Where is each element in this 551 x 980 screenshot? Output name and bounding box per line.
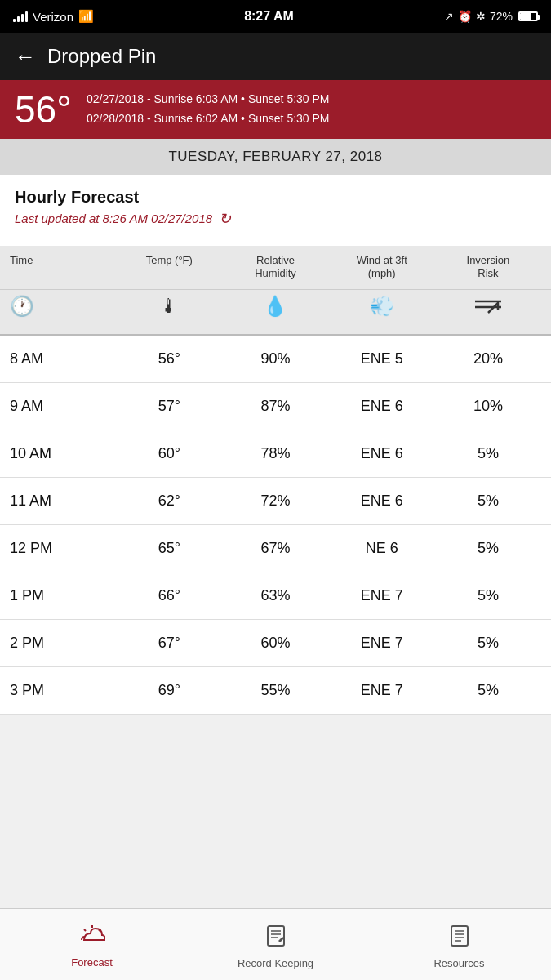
- cell-temp: 69°: [116, 682, 222, 699]
- battery-icon: [518, 11, 538, 21]
- cell-humidity: 72%: [222, 492, 328, 510]
- resources-tab-icon: [448, 924, 471, 953]
- table-row: 1 PM 66° 63% ENE 7 5%: [0, 572, 551, 620]
- refresh-icon[interactable]: ↻: [219, 210, 231, 228]
- carrier-label: Verizon: [33, 10, 73, 24]
- bluetooth-icon: ✲: [476, 10, 486, 23]
- cell-humidity: 63%: [222, 587, 328, 604]
- svg-line-4: [84, 929, 86, 931]
- cell-humidity: 78%: [222, 445, 328, 462]
- tab-resources[interactable]: Resources: [367, 909, 551, 980]
- tab-bar: Forecast Record Keeping Resources: [0, 908, 551, 980]
- cell-humidity: 67%: [222, 540, 328, 557]
- current-temp: 56°: [15, 91, 72, 128]
- info-banner: 56° 02/27/2018 - Sunrise 6:03 AM • Sunse…: [0, 80, 551, 139]
- forecast-table: Time Temp (°F) RelativeHumidity Wind at …: [0, 246, 551, 715]
- last-updated: Last updated at 8:26 AM 02/27/2018 ↻: [15, 210, 536, 228]
- col-header-inversion: InversionRisk: [435, 254, 541, 282]
- cell-inversion: 5%: [435, 635, 541, 652]
- status-left: Verizon 📶: [13, 9, 94, 24]
- cell-inversion: 5%: [435, 492, 541, 510]
- sunrise-sunset-day1: 02/27/2018 - Sunrise 6:03 AM • Sunset 5:…: [87, 90, 330, 109]
- time-icon: 🕐: [10, 295, 116, 323]
- cell-wind: ENE 6: [329, 398, 435, 415]
- table-row: 8 AM 56° 90% ENE 5 20%: [0, 336, 551, 383]
- forecast-tab-icon: [79, 925, 105, 952]
- table-row: 11 AM 62° 72% ENE 6 5%: [0, 478, 551, 525]
- nav-title: Dropped Pin: [47, 45, 156, 68]
- col-header-time: Time: [10, 254, 116, 282]
- cell-time: 12 PM: [10, 540, 116, 557]
- cell-wind: ENE 5: [329, 350, 435, 368]
- location-icon: ↗: [444, 10, 454, 23]
- cell-temp: 67°: [116, 635, 222, 652]
- cell-temp: 56°: [116, 350, 222, 368]
- forecast-tab-label: Forecast: [71, 956, 113, 969]
- table-row: 10 AM 60° 78% ENE 6 5%: [0, 430, 551, 478]
- cell-wind: ENE 7: [329, 635, 435, 652]
- section-title: Hourly Forecast: [15, 188, 536, 207]
- last-updated-text: Last updated at 8:26 AM 02/27/2018: [15, 212, 212, 225]
- date-header: TUESDAY, FEBRUARY 27, 2018: [0, 139, 551, 175]
- table-header-icons: 🕐 🌡 💧 💨: [0, 290, 551, 336]
- cell-inversion: 5%: [435, 587, 541, 604]
- record-keeping-tab-icon: [264, 924, 287, 953]
- cell-inversion: 5%: [435, 445, 541, 462]
- col-header-humidity: RelativeHumidity: [222, 254, 328, 282]
- cell-temp: 62°: [116, 492, 222, 510]
- svg-rect-5: [268, 926, 284, 946]
- alarm-icon: ⏰: [458, 10, 472, 23]
- sun-info: 02/27/2018 - Sunrise 6:03 AM • Sunset 5:…: [87, 90, 330, 129]
- cell-time: 8 AM: [10, 350, 116, 368]
- cell-inversion: 5%: [435, 540, 541, 557]
- cell-wind: ENE 7: [329, 587, 435, 604]
- wifi-icon: 📶: [78, 9, 94, 24]
- table-row: 9 AM 57° 87% ENE 6 10%: [0, 383, 551, 430]
- tab-record-keeping[interactable]: Record Keeping: [184, 909, 367, 980]
- inversion-icon: [435, 295, 541, 323]
- status-bar: Verizon 📶 8:27 AM ↗ ⏰ ✲ 72%: [0, 0, 551, 33]
- cell-wind: ENE 7: [329, 682, 435, 699]
- cell-temp: 60°: [116, 445, 222, 462]
- resources-tab-label: Resources: [433, 957, 484, 969]
- humidity-icon: 💧: [222, 295, 328, 323]
- forecast-section: Hourly Forecast Last updated at 8:26 AM …: [0, 175, 551, 246]
- cell-humidity: 90%: [222, 350, 328, 368]
- cell-time: 3 PM: [10, 682, 116, 699]
- cell-time: 10 AM: [10, 445, 116, 462]
- status-right: ↗ ⏰ ✲ 72%: [444, 10, 538, 23]
- cell-wind: ENE 6: [329, 492, 435, 510]
- cell-inversion: 5%: [435, 682, 541, 699]
- back-button[interactable]: ←: [15, 44, 36, 69]
- status-time: 8:27 AM: [244, 9, 294, 24]
- battery-label: 72%: [490, 10, 513, 23]
- col-header-wind: Wind at 3ft(mph): [329, 254, 435, 282]
- col-header-temp: Temp (°F): [116, 254, 222, 282]
- cell-time: 1 PM: [10, 587, 116, 604]
- sunrise-sunset-day2: 02/28/2018 - Sunrise 6:02 AM • Sunset 5:…: [87, 109, 330, 129]
- cell-time: 2 PM: [10, 635, 116, 652]
- cell-time: 11 AM: [10, 492, 116, 510]
- svg-line-3: [99, 929, 100, 931]
- nav-bar: ← Dropped Pin: [0, 33, 551, 80]
- cell-temp: 66°: [116, 587, 222, 604]
- cell-temp: 57°: [116, 398, 222, 415]
- table-row: 12 PM 65° 67% NE 6 5%: [0, 525, 551, 572]
- cell-temp: 65°: [116, 540, 222, 557]
- cell-humidity: 60%: [222, 635, 328, 652]
- cell-wind: NE 6: [329, 540, 435, 557]
- wind-icon: 💨: [329, 295, 435, 323]
- cell-inversion: 20%: [435, 350, 541, 368]
- signal-bars: [13, 11, 28, 22]
- record-keeping-tab-label: Record Keeping: [238, 957, 313, 969]
- table-header-labels: Time Temp (°F) RelativeHumidity Wind at …: [0, 246, 551, 291]
- cell-humidity: 87%: [222, 398, 328, 415]
- cell-wind: ENE 6: [329, 445, 435, 462]
- cell-humidity: 55%: [222, 682, 328, 699]
- table-row: 3 PM 69° 55% ENE 7 5%: [0, 667, 551, 715]
- cell-time: 9 AM: [10, 398, 116, 415]
- cell-inversion: 10%: [435, 398, 541, 415]
- temp-icon: 🌡: [116, 295, 222, 323]
- tab-forecast[interactable]: Forecast: [0, 909, 184, 980]
- svg-rect-9: [451, 926, 468, 946]
